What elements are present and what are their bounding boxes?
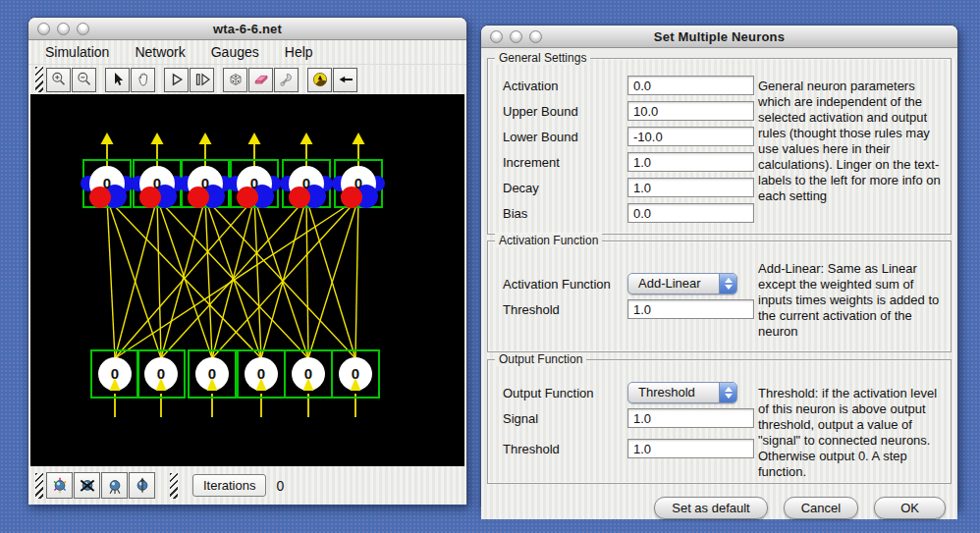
synapse-line	[254, 198, 261, 358]
group-legend: Activation Function	[495, 234, 602, 247]
network-canvas[interactable]: 000000000000	[30, 94, 464, 466]
input-arrows-icon	[105, 476, 125, 496]
eraser-icon	[252, 71, 270, 88]
window-buttons	[28, 23, 89, 35]
upper-bound-field[interactable]	[627, 101, 754, 121]
threshold-field[interactable]	[627, 439, 754, 458]
iterations-label[interactable]: Iterations	[192, 474, 266, 497]
set-multiple-neurons-dialog: Set Multiple Neurons General SettingsAct…	[480, 25, 958, 508]
toolbar-drag-handle[interactable]	[35, 67, 43, 92]
play-icon	[168, 71, 186, 88]
popup-selected-value: Threshold	[628, 383, 719, 402]
network-window-titlebar[interactable]: wta-6-6.net	[28, 18, 466, 40]
clear-activations-button[interactable]	[74, 472, 100, 499]
wrench-button[interactable]	[274, 68, 299, 92]
arrowhead	[101, 133, 114, 144]
field-row-bias: Bias	[503, 203, 951, 223]
random-activations-icon	[50, 476, 70, 496]
activation-field[interactable]	[627, 76, 754, 95]
arrowhead	[300, 133, 313, 144]
arrowhead	[151, 133, 164, 144]
selection-arrow-icon	[109, 71, 127, 88]
zoom-out-button[interactable]	[72, 68, 96, 92]
zoom-out-icon	[76, 71, 93, 88]
neuron-activation-value: 0	[302, 175, 310, 191]
zoom-button[interactable]	[529, 30, 542, 43]
ok-button[interactable]: OK	[874, 497, 946, 519]
neuron-activation-value: 0	[201, 175, 209, 191]
iterations-value: 0	[276, 478, 284, 494]
decay-label: Decay	[503, 181, 627, 195]
main-toolbar	[28, 65, 466, 94]
neuron-activation-value: 0	[250, 175, 258, 191]
lower-bound-field[interactable]	[627, 127, 754, 146]
synapse-line	[107, 198, 161, 358]
minimize-button[interactable]	[510, 30, 522, 43]
play-button[interactable]	[164, 68, 189, 92]
close-button[interactable]	[37, 23, 50, 35]
back-arrow-button[interactable]	[333, 68, 357, 92]
wrench-icon	[278, 71, 296, 88]
status-bar: Iterations 0	[28, 466, 466, 505]
pan-hand-button[interactable]	[131, 68, 155, 92]
activation-function-popup[interactable]: Add-Linear	[627, 273, 737, 294]
gauge-icon	[311, 71, 329, 88]
menu-network[interactable]: Network	[122, 44, 197, 60]
dialog-window-buttons	[481, 30, 542, 43]
dialog-button-row: Set as defaultCancelOK	[481, 497, 946, 519]
selection-arrow-button[interactable]	[105, 68, 130, 92]
synapse-line	[157, 198, 161, 358]
network-window-title: wta-6-6.net	[28, 22, 466, 36]
output-function-popup[interactable]: Threshold	[627, 382, 737, 403]
lower-bound-label: Lower Bound	[503, 130, 627, 144]
eraser-button[interactable]	[248, 68, 273, 92]
minimize-button[interactable]	[57, 23, 70, 35]
statusbar-drag-handle[interactable]	[35, 473, 43, 499]
signal-label: Signal	[503, 411, 627, 426]
step-icon	[193, 71, 211, 88]
group-legend: General Settings	[495, 51, 590, 65]
set-as-default-button[interactable]: Set as default	[654, 497, 768, 519]
threshold-label: Threshold	[503, 442, 627, 456]
output-arrows-button[interactable]	[129, 472, 155, 499]
output-arrows-icon	[133, 476, 152, 496]
popup-arrows-icon	[719, 274, 736, 293]
synapse-line	[355, 198, 358, 358]
neuron-activation-value: 0	[354, 175, 362, 191]
synapse-line	[306, 198, 308, 358]
zoom-in-button[interactable]	[46, 68, 71, 92]
threshold-label: Threshold	[503, 302, 627, 317]
input-arrows-button[interactable]	[101, 472, 128, 499]
output-function-label: Output Function	[503, 386, 627, 400]
group-general-settings: General SettingsActivationUpper BoundLow…	[487, 58, 952, 235]
decay-field[interactable]	[627, 178, 754, 197]
random-dice-button[interactable]	[223, 68, 247, 92]
dialog-titlebar[interactable]: Set Multiple Neurons	[481, 26, 957, 48]
close-button[interactable]	[490, 30, 503, 43]
gauge-button[interactable]	[307, 68, 332, 92]
zoom-button[interactable]	[77, 23, 89, 35]
threshold-field[interactable]	[627, 299, 754, 319]
zoom-in-icon	[50, 71, 68, 88]
iterations-drag-handle[interactable]	[170, 473, 178, 499]
pan-hand-icon	[135, 71, 152, 88]
cancel-button[interactable]: Cancel	[784, 497, 858, 519]
neuron-activation-value: 0	[153, 175, 161, 191]
menu-gauges[interactable]: Gauges	[198, 44, 272, 60]
random-activations-button[interactable]	[46, 472, 73, 499]
upper-bound-label: Upper Bound	[503, 104, 627, 119]
output-function-help-text: Threshold: if the activation level of th…	[758, 386, 947, 480]
menu-simulation[interactable]: Simulation	[32, 44, 122, 60]
dialog-groups: General SettingsActivationUpper BoundLow…	[481, 58, 957, 484]
step-button[interactable]	[190, 68, 214, 92]
group-legend: Output Function	[495, 352, 586, 366]
menu-help[interactable]: Help	[272, 44, 326, 60]
network-graph: 000000000000	[30, 94, 466, 466]
activation-function-label: Activation Function	[503, 277, 627, 292]
arrowhead	[353, 133, 365, 144]
increment-label: Increment	[503, 155, 627, 170]
increment-field[interactable]	[627, 152, 754, 172]
signal-field[interactable]	[627, 408, 754, 428]
bias-field[interactable]	[627, 203, 754, 223]
arrowhead	[248, 133, 261, 144]
